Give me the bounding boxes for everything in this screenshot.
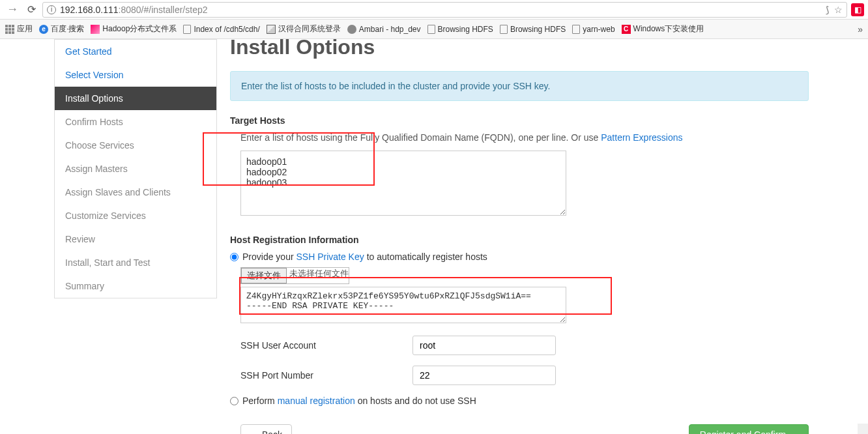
- bookmark-item[interactable]: e百度·搜索: [39, 23, 84, 35]
- bookmarks-bar: 应用 e百度·搜索 Hadoop分布式文件系 Index of /cdh5/cd…: [0, 20, 868, 39]
- bookmark-item[interactable]: Hadoop分布式文件系: [91, 23, 177, 35]
- sidebar-item-summary: Summary: [55, 274, 216, 298]
- sidebar-item-review: Review: [55, 227, 216, 251]
- hadoop-icon: [91, 25, 100, 34]
- wizard-sidebar: Get Started Select Version Install Optio…: [54, 39, 217, 298]
- radio-manual-input[interactable]: [230, 397, 239, 405]
- ssh-private-key-link[interactable]: SSH Private Key: [296, 252, 364, 262]
- file-icon: [572, 25, 580, 34]
- apps-grid-icon: [5, 25, 14, 34]
- target-hosts-heading: Target Hosts: [230, 115, 809, 126]
- sidebar-item-confirm-hosts: Confirm Hosts: [55, 110, 216, 134]
- target-hosts-textarea[interactable]: [240, 151, 566, 216]
- host-reg-heading: Host Registration Information: [230, 235, 809, 245]
- manual-registration-link[interactable]: manual registration: [278, 396, 355, 406]
- site-info-icon[interactable]: i: [47, 5, 56, 14]
- red-icon: C: [622, 25, 631, 34]
- page-icon: [267, 25, 276, 34]
- sidebar-item-choose-services: Choose Services: [55, 134, 216, 157]
- radio-ssh-key[interactable]: Provide your SSH Private Key to automati…: [230, 252, 809, 262]
- bookmarks-overflow-icon[interactable]: »: [858, 24, 863, 35]
- bookmark-item[interactable]: 汉得合同系统登录: [267, 23, 341, 35]
- translate-icon[interactable]: ⟆: [826, 5, 829, 15]
- ssh-port-label: SSH Port Number: [230, 370, 412, 381]
- sidebar-item-select-version[interactable]: Select Version: [55, 63, 216, 87]
- address-bar[interactable]: i 192.168.0.111:8080/#/installer/step2 ⟆…: [42, 2, 847, 18]
- sidebar-item-assign-masters: Assign Masters: [55, 157, 216, 181]
- ssh-port-input[interactable]: [412, 366, 556, 385]
- radio-ssh-key-input[interactable]: [230, 253, 239, 261]
- extension-icon[interactable]: ◧: [851, 3, 864, 16]
- ssh-user-input[interactable]: [412, 336, 556, 355]
- pattern-expressions-link[interactable]: Pattern Expressions: [601, 132, 682, 143]
- register-confirm-button[interactable]: Register and Confirm →: [689, 424, 809, 434]
- bookmark-item[interactable]: Index of /cdh5/cdh/: [183, 25, 259, 34]
- ssh-user-label: SSH User Account: [230, 340, 412, 351]
- file-icon: [500, 25, 508, 34]
- apps-shortcut[interactable]: 应用: [5, 23, 33, 35]
- main-content: Install Options Enter the list of hosts …: [230, 39, 848, 434]
- ssh-key-textarea[interactable]: [240, 287, 566, 323]
- scrollbar-corner: [858, 424, 868, 434]
- page-title: Install Options: [230, 39, 809, 59]
- ambari-icon: [347, 25, 356, 34]
- sidebar-item-get-started[interactable]: Get Started: [55, 40, 216, 63]
- bookmark-item[interactable]: yarn-web: [572, 25, 615, 34]
- sidebar-item-customize-services: Customize Services: [55, 204, 216, 227]
- bookmark-item[interactable]: Browsing HDFS: [427, 25, 493, 34]
- bookmark-item[interactable]: Ambari - hdp_dev: [347, 25, 421, 34]
- url-text: 192.168.0.111:8080/#/installer/step2: [60, 5, 822, 15]
- forward-icon[interactable]: →: [4, 3, 21, 16]
- sidebar-item-install-start-test: Install, Start and Test: [55, 251, 216, 274]
- sidebar-item-install-options[interactable]: Install Options: [55, 87, 216, 110]
- back-button[interactable]: ← Back: [240, 424, 292, 434]
- reload-icon[interactable]: ⟳: [25, 3, 38, 16]
- radio-manual-registration[interactable]: Perform manual registration on hosts and…: [230, 396, 809, 406]
- info-banner: Enter the list of hosts to be included i…: [230, 71, 809, 101]
- browser-toolbar: → ⟳ i 192.168.0.111:8080/#/installer/ste…: [0, 0, 868, 20]
- bookmark-item[interactable]: Browsing HDFS: [500, 25, 566, 34]
- file-chooser[interactable]: 选择文件 未选择任何文件: [240, 267, 349, 284]
- file-icon: [427, 25, 435, 34]
- file-icon: [183, 25, 191, 34]
- target-hosts-description: Enter a list of hosts using the Fully Qu…: [230, 132, 809, 143]
- bookmark-star-icon[interactable]: ☆: [834, 5, 843, 15]
- choose-file-button[interactable]: 选择文件: [241, 268, 287, 283]
- ie-icon: e: [39, 25, 48, 34]
- bookmark-item[interactable]: CWindows下安装使用: [622, 23, 704, 35]
- chosen-file-label: 未选择任何文件: [287, 268, 349, 283]
- sidebar-item-assign-slaves: Assign Slaves and Clients: [55, 181, 216, 204]
